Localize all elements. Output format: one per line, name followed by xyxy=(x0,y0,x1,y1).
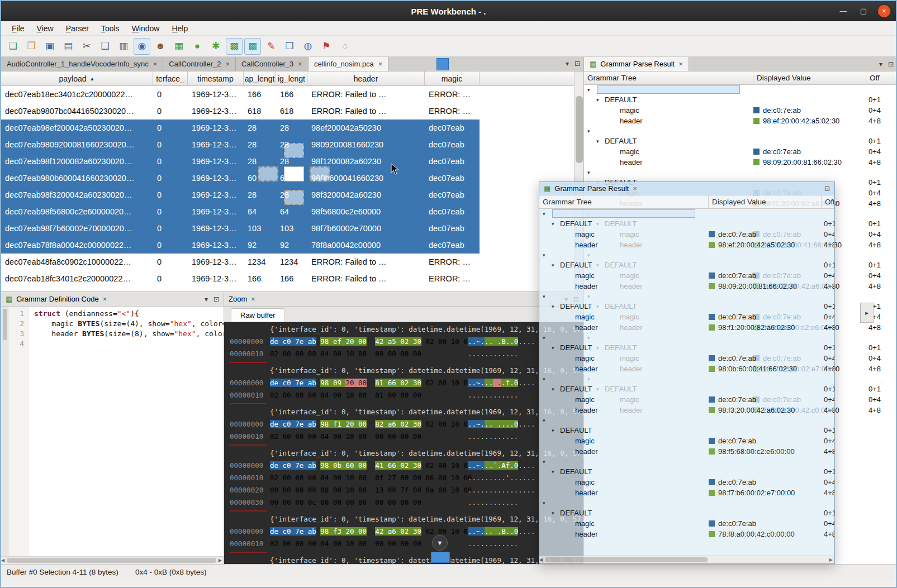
tree-row-header[interactable]: header78:f8:a0:00:42:c0:00:004+8 xyxy=(539,529,834,539)
tree-row-header[interactable]: header98:f3:20:00:42:a6:02:304+8 xyxy=(539,405,834,415)
hex-row[interactable]: 0000001002 00 00 00 04 00 10 00 00 00 00… xyxy=(224,348,583,360)
col-grammar-tree[interactable]: Grammar Tree xyxy=(539,195,709,208)
copy-button[interactable]: ❑ xyxy=(97,38,113,55)
hex-row[interactable]: 00000000de c0 7e ab 98 09 20 00 81 66 02… xyxy=(224,377,583,389)
save-as-button[interactable]: ▤ xyxy=(60,38,77,55)
col-displayed-value[interactable]: Displayed Value xyxy=(753,71,866,84)
tree-row-default[interactable]: ▾DEFAULT0+1 xyxy=(539,260,834,270)
tree-row-default[interactable]: ▾DEFAULT0+1 xyxy=(584,94,897,105)
table-row[interactable]: dec07eab98f7b60002e70000020…01969-12-3…1… xyxy=(1,220,480,237)
col-grammar-tree[interactable]: Grammar Tree xyxy=(584,71,753,84)
tree-row-magic[interactable]: magicde:c0:7e:ab0+4 xyxy=(539,394,834,405)
tab-close-icon[interactable]: × xyxy=(298,60,302,68)
tree-row-default[interactable]: ▾DEFAULT0+1 xyxy=(539,508,834,518)
close-icon[interactable]: × xyxy=(678,60,683,68)
col-terface_[interactable]: terface_ xyxy=(153,71,188,85)
col-ig_lengt[interactable]: ig_lengt xyxy=(276,71,307,85)
tree-root-row[interactable]: ▾ xyxy=(584,126,897,136)
menu-help[interactable]: Help xyxy=(165,22,194,35)
col-ap_lengt[interactable]: ap_lengt xyxy=(244,71,276,85)
parse-grid-alt-button[interactable]: ▩ xyxy=(244,38,261,55)
tree-row-magic[interactable]: magicde:c0:7e:ab0+4 xyxy=(539,229,834,240)
panel-dropdown-icon[interactable]: ▾ xyxy=(205,295,208,303)
hex-row[interactable]: 0000001002 00 00 00 04 00 10 00 01 00 00… xyxy=(224,389,583,401)
menu-file[interactable]: File xyxy=(6,22,31,35)
tree-root-row[interactable]: ▾ xyxy=(539,457,834,466)
tree-row-magic[interactable]: magicde:c0:7e:ab0+4 xyxy=(539,312,834,322)
help-web-button[interactable]: ◍ xyxy=(300,38,316,55)
scrollbar-thumb[interactable] xyxy=(576,96,583,163)
dock-dropdown-icon[interactable]: ▾ xyxy=(879,60,882,68)
dock-collapse-button[interactable]: ▸ xyxy=(860,303,874,323)
close-icon[interactable]: × xyxy=(633,184,637,193)
scroll-left-icon[interactable]: ◀ xyxy=(539,557,543,562)
table-row[interactable]: dec07eab9807bc0441650230020…01969-12-3…6… xyxy=(1,103,480,119)
floating-grammar-parse-panel[interactable]: ▦ Grammar Parse Result × ⊡ Grammar Tree … xyxy=(539,181,835,564)
menu-view[interactable]: View xyxy=(31,22,60,35)
col-offset[interactable]: Off xyxy=(822,195,834,208)
tree-root-row[interactable]: ▾ xyxy=(584,168,897,177)
panel-float-icon[interactable]: ⊡ xyxy=(824,185,830,193)
scrollbar-thumb[interactable] xyxy=(3,309,7,340)
tree-row-header[interactable]: header98:ef:20:00:42:a5:02:304+8 xyxy=(584,116,897,126)
tree-root-row[interactable]: ▾ xyxy=(539,498,834,508)
table-row[interactable]: dec07eab78f8a00042c00000022…01969-12-3…9… xyxy=(1,237,480,254)
tree-row-magic[interactable]: magicde:c0:7e:ab0+4 xyxy=(539,353,834,364)
hex-row[interactable]: 0000001002 00 00 00 04 00 10 00 00 00 00… xyxy=(224,431,583,443)
search-button[interactable]: ◌ xyxy=(336,38,353,55)
table-row[interactable]: dec07eab980b600041660230020…01969-12-3…6… xyxy=(1,170,480,187)
tree-row-magic[interactable]: magicde:c0:7e:ab0+4 xyxy=(539,518,834,529)
open-file-button[interactable]: ❐ xyxy=(23,38,40,55)
tab-close-icon[interactable]: × xyxy=(226,60,230,68)
panel-float-icon[interactable]: ⊡ xyxy=(213,295,219,303)
floating-panel-header[interactable]: ▦ Grammar Parse Result × ⊡ xyxy=(539,182,834,195)
scroll-left-icon[interactable]: ◀ xyxy=(1,558,4,563)
table-row[interactable]: dec07eab18ec3401c2c20000022…01969-12-3…1… xyxy=(1,86,480,103)
dock-float-icon[interactable]: ⊡ xyxy=(888,60,894,68)
tab-float-icon[interactable]: ⊡ xyxy=(575,60,580,68)
minimize-button[interactable]: — xyxy=(838,5,849,17)
col-magic[interactable]: magic xyxy=(425,71,480,85)
menu-window[interactable]: Window xyxy=(126,22,166,35)
col-displayed-value[interactable]: Displayed Value xyxy=(709,195,822,208)
tree-root-row[interactable]: ▾ xyxy=(539,291,834,301)
tree-row-default[interactable]: ▾DEFAULT0+1 xyxy=(539,342,834,353)
hex-row[interactable]: 0000001002 00 00 00 04 00 10 00 0f 27 00… xyxy=(224,472,583,484)
tree-row-header[interactable]: header98:09:20:00:81:66:02:304+8 xyxy=(584,157,897,168)
preview-button[interactable]: ◉ xyxy=(134,38,150,55)
screenshot-button[interactable]: ▦ xyxy=(170,38,187,55)
tab-1[interactable]: CallController_2× xyxy=(163,57,236,71)
tree-row-header[interactable]: header98:f1:20:00:82:a6:02:304+8 xyxy=(539,322,834,333)
hex-dump-view[interactable]: {'interface_id': 0, 'timestamp': datetim… xyxy=(224,322,583,564)
tree-root-row[interactable]: ▾ xyxy=(539,415,834,425)
pin-button[interactable]: ⚑ xyxy=(318,38,335,55)
run-parser-button[interactable]: ✱ xyxy=(207,38,224,55)
tree-row-magic[interactable]: magicde:c0:7e:ab0+4 xyxy=(584,146,897,157)
save-button[interactable]: ▣ xyxy=(41,38,58,55)
grammar-parse-result-tab[interactable]: ▦ Grammar Parse Result × xyxy=(584,57,689,71)
table-row[interactable]: dec07eab48fa8c0902c10000022…01969-12-3…1… xyxy=(1,254,480,270)
table-row[interactable]: dec07eab98f56800c2e60000020…01969-12-3…6… xyxy=(1,203,480,220)
close-icon[interactable]: × xyxy=(251,295,255,303)
parse-grid-button[interactable]: ▩ xyxy=(226,38,243,55)
tree-row-default[interactable]: ▾DEFAULT0+1 xyxy=(539,218,834,229)
hex-row[interactable]: 00000000de c0 7e ab 98 f1 20 00 82 a6 02… xyxy=(224,418,583,431)
col-offset[interactable]: Off xyxy=(866,71,897,84)
zoom-panel-header[interactable]: Zoom × ▾ ⊡ xyxy=(224,292,583,307)
hex-row[interactable]: 00000000de c0 7e ab 98 ef 20 00 42 a5 02… xyxy=(224,336,583,348)
scroll-right-icon[interactable]: ▶ xyxy=(829,557,834,562)
scroll-right-icon[interactable]: ▶ xyxy=(219,558,224,563)
tree-root-row[interactable]: ▾ xyxy=(539,209,834,218)
menu-parser[interactable]: Parser xyxy=(60,22,95,35)
tree-row-magic[interactable]: magicde:c0:7e:ab0+4 xyxy=(539,270,834,281)
user-button[interactable]: ☻ xyxy=(152,38,169,55)
code-editor[interactable]: 1234 struct (endianness="<"){ magic BYTE… xyxy=(1,307,224,556)
new-file-button[interactable]: ❏ xyxy=(4,38,21,55)
close-icon[interactable]: × xyxy=(103,295,107,303)
hex-row[interactable]: 00000000de c0 7e ab 98 0b 60 00 41 66 02… xyxy=(224,460,583,472)
tree-row-header[interactable]: header98:09:20:00:81:66:02:304+8 xyxy=(539,281,834,291)
col-timestamp[interactable]: timestamp xyxy=(188,71,244,85)
code-left-scrollbar[interactable] xyxy=(1,307,8,556)
tree-row-default[interactable]: ▾DEFAULT0+1 xyxy=(584,136,897,146)
col-payload[interactable]: payload▲ xyxy=(1,71,153,85)
